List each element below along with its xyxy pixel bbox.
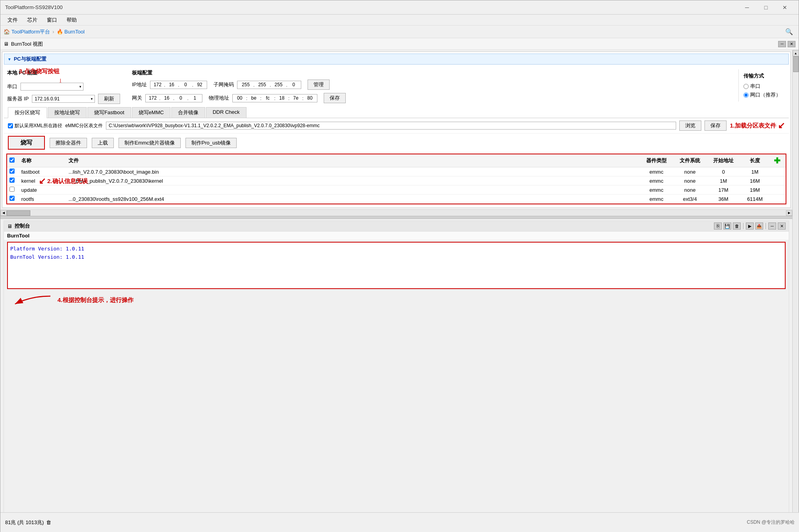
save-config-button[interactable]: 保存 <box>324 93 346 103</box>
row2-checkbox[interactable] <box>9 178 15 183</box>
select-all-checkbox[interactable] <box>9 158 15 163</box>
ip-group: IP地址 . . . <box>132 81 207 89</box>
menu-window[interactable]: 窗口 <box>43 15 61 25</box>
menu-help[interactable]: 帮助 <box>63 15 81 25</box>
tab-fastboot-burn[interactable]: 烧写Fastboot <box>87 107 131 118</box>
serial-port-group: 串口 <box>7 83 120 91</box>
gateway-group: 网关 . . . <box>132 94 202 102</box>
transmission-group: 传输方式 串口 网口（推荐） <box>738 69 786 102</box>
subnet-seg2[interactable] <box>256 82 269 87</box>
xml-path-checkbox[interactable] <box>8 123 13 128</box>
console-save-btn[interactable]: 💾 <box>723 222 731 230</box>
subnet-seg1[interactable] <box>239 82 252 87</box>
row1-length: 1M <box>739 169 771 175</box>
maximize-button[interactable]: □ <box>757 2 775 13</box>
delete-icon[interactable]: 🗑 <box>46 519 51 525</box>
add-partition-button[interactable]: ✚ <box>774 156 780 165</box>
scroll-left-btn[interactable]: ◀ <box>0 210 7 216</box>
make-emmc-button[interactable]: 制作Emmc烧片器镜像 <box>119 138 181 148</box>
view-restore-btn[interactable]: ─ <box>778 41 786 47</box>
mac-seg4[interactable] <box>276 95 287 101</box>
view-close-btn[interactable]: ✕ <box>788 41 795 47</box>
ip-seg2[interactable] <box>166 82 177 87</box>
server-ip-select[interactable]: 172.16.0.91 <box>32 95 95 103</box>
transmission-radio-group: 串口 网口（推荐） <box>743 83 781 98</box>
local-pc-config: 本地 PC 配置 3.点击烧写按钮 ↓ 串口 <box>7 69 120 104</box>
manage-button[interactable]: 管理 <box>308 80 330 90</box>
step1-arrow: ↙ <box>778 120 785 131</box>
close-button[interactable]: ✕ <box>776 2 794 13</box>
horizontal-scrollbar[interactable]: ◀ ▶ <box>0 209 792 216</box>
header-add: ✚ <box>771 156 783 165</box>
vscroll-thumb[interactable] <box>793 56 799 72</box>
save-filepath-button[interactable]: 保存 <box>704 120 727 131</box>
menu-chip[interactable]: 芯片 <box>23 15 41 25</box>
xml-path-checkbox-label[interactable]: 默认采用XML所在路径 <box>8 122 62 129</box>
row1-file: ...lish_V2.0.7.0_230830\boot_image.bin <box>69 169 641 175</box>
panel-splitter[interactable] <box>0 216 792 219</box>
gw-seg4[interactable] <box>189 95 200 101</box>
tab-merge-image[interactable]: 合并镜像 <box>171 107 205 118</box>
mac-seg3[interactable] <box>262 95 273 101</box>
breadcrumb-burntool[interactable]: 🔥 BurnTool <box>57 29 85 35</box>
mac-seg2[interactable] <box>248 95 259 101</box>
console-header-right: ⎘ 💾 🗑 ▶ 📤 ─ ✕ <box>714 222 786 230</box>
console-export-btn[interactable]: 📤 <box>755 222 763 230</box>
gw-seg1[interactable] <box>147 95 158 101</box>
tab-partition-burn[interactable]: 按分区烧写 <box>8 107 47 118</box>
tab-ddr-check[interactable]: DDR Check <box>206 107 247 118</box>
burn-button[interactable]: 烧写 <box>8 136 45 150</box>
mac-seg5[interactable] <box>290 95 301 101</box>
gw-seg3[interactable] <box>175 95 186 101</box>
console-minimize-btn[interactable]: ─ <box>768 222 776 230</box>
make-pro-usb-button[interactable]: 制作Pro_usb镜像 <box>185 138 237 148</box>
network-radio[interactable] <box>743 93 749 98</box>
serial-label: 串口 <box>7 83 17 90</box>
mac-seg6[interactable] <box>304 95 315 101</box>
ip-seg4[interactable] <box>194 82 205 87</box>
tab-address-burn[interactable]: 按地址烧写 <box>48 107 87 118</box>
server-ip-group: 服务器 IP 172.16.0.91 刷新 <box>7 94 120 104</box>
scroll-thumb[interactable] <box>7 210 30 216</box>
console-run-btn[interactable]: ▶ <box>746 222 754 230</box>
subnet-seg4[interactable] <box>288 82 299 87</box>
console-close-btn[interactable]: ✕ <box>778 222 786 230</box>
table-row: fastboot ...lish_V2.0.7.0_230830\boot_im… <box>7 167 786 176</box>
upload-button[interactable]: 上载 <box>92 138 114 148</box>
step2-annotation: ↙ 2.确认信息无误 <box>39 176 88 186</box>
tab-emmc-burn[interactable]: 烧写eMMC <box>132 107 171 118</box>
row4-device: emmc <box>641 196 672 202</box>
console-clear-btn[interactable]: 🗑 <box>733 222 741 230</box>
serial-select[interactable] <box>20 83 83 91</box>
minimize-button[interactable]: ─ <box>738 2 756 13</box>
section-header[interactable]: ▼ PC与板端配置 <box>4 54 789 65</box>
refresh-button[interactable]: 刷新 <box>98 94 120 104</box>
row3-start: 17M <box>708 187 739 193</box>
gw-seg2[interactable] <box>161 95 172 101</box>
search-icon[interactable]: 🔍 <box>783 27 795 36</box>
filepath-input[interactable] <box>106 122 676 130</box>
serial-radio[interactable] <box>743 84 749 89</box>
subnet-seg3[interactable] <box>272 82 285 87</box>
panel-content: ▼ PC与板端配置 本地 PC 配置 3.点击烧写按钮 ↓ <box>0 50 792 532</box>
row3-checkbox[interactable] <box>9 187 15 192</box>
main-with-scrollbar: ▼ PC与板端配置 本地 PC 配置 3.点击烧写按钮 ↓ <box>0 50 799 532</box>
scroll-track <box>7 210 786 216</box>
serial-radio-item[interactable]: 串口 <box>743 83 781 90</box>
erase-all-button[interactable]: 擦除全器件 <box>50 138 87 148</box>
serial-radio-label: 串口 <box>750 83 760 90</box>
ip-seg1[interactable] <box>152 82 163 87</box>
menu-file[interactable]: 文件 <box>4 15 22 25</box>
row1-checkbox[interactable] <box>9 169 15 174</box>
table-header: 名称 文件 器件类型 文件系统 开始地址 长度 ✚ <box>7 154 786 167</box>
row4-checkbox[interactable] <box>9 196 15 201</box>
console-copy-btn[interactable]: ⎘ <box>714 222 722 230</box>
network-radio-item[interactable]: 网口（推荐） <box>743 91 781 98</box>
ip-seg3[interactable] <box>180 82 191 87</box>
vscroll-up-btn[interactable]: ▲ <box>793 50 799 56</box>
breadcrumb-platform[interactable]: 🏠 ToolPlatform平台 <box>4 28 50 35</box>
scroll-right-btn[interactable]: ▶ <box>786 210 792 216</box>
console-section: 🖥 控制台 ⎘ 💾 🗑 ▶ 📤 <box>4 221 789 530</box>
mac-seg1[interactable] <box>234 95 245 101</box>
browse-button[interactable]: 浏览 <box>679 120 701 131</box>
